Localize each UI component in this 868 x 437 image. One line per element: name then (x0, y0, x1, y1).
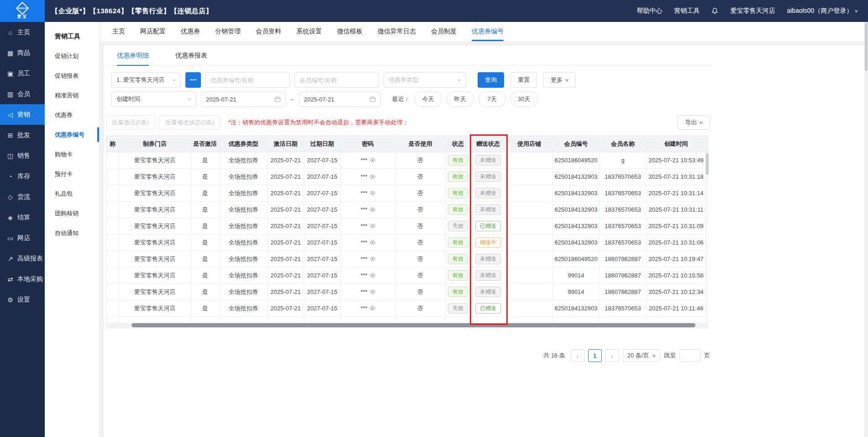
tab-3[interactable]: 分销管理 (215, 22, 241, 41)
table-vertical-scrollbar-thumb[interactable] (706, 153, 709, 175)
sidebar-item-home[interactable]: ⌂主页 (0, 22, 45, 43)
eye-icon[interactable] (370, 158, 375, 162)
sidebar-item-logistics[interactable]: ◇货流 (0, 187, 45, 207)
sidebar-item-local-purchase[interactable]: ⇄本地采购 (0, 269, 45, 289)
current-store-name[interactable]: 爱宝零售天河店 (730, 7, 775, 15)
column-header-13[interactable]: 创建时间 (647, 136, 706, 152)
eye-icon[interactable] (370, 175, 375, 179)
column-header-10[interactable]: 使用店铺 (506, 136, 553, 152)
reset-button[interactable]: 重置 (510, 72, 537, 88)
submenu-item-5[interactable]: 购物卡 (45, 144, 99, 164)
sidebar-item-sales[interactable]: ◫销售 (0, 145, 45, 166)
tab-7[interactable]: 微信异常日志 (378, 22, 416, 41)
coupon-type-select[interactable]: 优惠券类型 ∨ (384, 72, 466, 88)
submenu-item-0[interactable]: 促销计划 (45, 46, 99, 66)
column-header-3[interactable]: 优惠券类型 (220, 136, 268, 152)
batch-activate-button[interactable]: 批量激活(0条) (106, 115, 155, 130)
tab-5[interactable]: 系统设置 (296, 22, 322, 41)
eye-icon[interactable] (370, 273, 375, 277)
eye-icon[interactable] (370, 306, 375, 310)
tab-8[interactable]: 会员制度 (431, 22, 457, 41)
table-row-2[interactable]: 爱宝零售天河店是全场抵扣券2025-07-212027-07-15***否有效未… (106, 185, 706, 202)
submenu-item-4[interactable]: 优惠券编号 (45, 125, 99, 144)
table-row-1[interactable]: 爱宝零售天河店是全场抵扣券2025-07-212027-07-15***否有效未… (106, 169, 706, 185)
coupon-search-input[interactable] (205, 72, 290, 88)
export-button[interactable]: 导出 ∨ (678, 115, 710, 130)
eye-icon[interactable] (370, 208, 375, 212)
column-header-5[interactable]: 过期日期 (304, 136, 341, 152)
column-header-8[interactable]: 状态 (446, 136, 471, 152)
horizontal-scrollbar[interactable] (106, 322, 709, 328)
date-start-input[interactable]: 2025-07-21 (201, 91, 285, 107)
table-row-9[interactable]: 爱宝零售天河店是全场抵扣券2025-07-212027-07-15***否失效已… (106, 300, 706, 317)
page-size-select[interactable]: 20 条/页 ∨ (623, 349, 660, 362)
submenu-item-8[interactable]: 团购核销 (45, 203, 99, 223)
quick-range-0[interactable]: 今天 (415, 91, 442, 107)
submenu-item-9[interactable]: 自动通知 (45, 223, 99, 243)
page-vertical-scrollbar[interactable] (864, 22, 868, 437)
tab-0[interactable]: 主页 (112, 22, 125, 41)
subtab-1[interactable]: 优惠券报表 (175, 46, 207, 66)
submenu-item-1[interactable]: 促销报表 (45, 66, 99, 85)
help-center-link[interactable]: 帮助中心 (637, 7, 662, 15)
sidebar-item-settlement[interactable]: ◈结算 (0, 207, 45, 228)
time-field-select[interactable]: 创建时间 ∨ (111, 91, 196, 107)
sidebar-item-staff[interactable]: ▣员工 (0, 63, 45, 84)
account-menu[interactable]: aibaols00（商户登录） ∨ (787, 7, 858, 15)
tab-1[interactable]: 网店配置 (140, 22, 166, 41)
eye-icon[interactable] (370, 240, 375, 245)
jump-page-input[interactable] (679, 349, 700, 362)
table-row-7[interactable]: 爱宝零售天河店是全场抵扣券2025-07-212027-07-15***否有效未… (106, 267, 706, 284)
sidebar-item-inventory[interactable]: ◔库存 (0, 166, 45, 187)
eye-icon[interactable] (370, 257, 375, 261)
horizontal-scrollbar-thumb[interactable] (132, 323, 695, 327)
sidebar-item-advanced-reports[interactable]: ↗高级报表 (0, 248, 45, 269)
table-row-6[interactable]: 爱宝零售天河店是全场抵扣券2025-07-212027-07-15***否有效未… (106, 251, 706, 267)
batch-modify-status-button[interactable]: 批量修改状态(0条) (159, 115, 220, 130)
subtab-0[interactable]: 优惠券明细 (117, 46, 149, 66)
prev-page-button[interactable]: ‹ (571, 349, 584, 362)
column-header-4[interactable]: 激活日期 (268, 136, 304, 152)
submenu-item-2[interactable]: 精准营销 (45, 85, 99, 105)
page-vertical-scrollbar-thumb[interactable] (865, 23, 868, 71)
sidebar-item-marketing[interactable]: ◁营销 (0, 104, 45, 125)
table-vertical-scrollbar[interactable] (706, 152, 709, 322)
column-header-1[interactable]: 制券门店 (119, 136, 191, 152)
table-row-8[interactable]: 爱宝零售天河店是全场抵扣券2025-07-212027-07-15***否有效未… (106, 284, 706, 300)
current-page-button[interactable]: 1 (588, 349, 602, 362)
quick-range-2[interactable]: 7天 (479, 91, 506, 107)
table-row-5[interactable]: 爱宝零售天河店是全场抵扣券2025-07-212027-07-15***否有效赠… (106, 234, 706, 251)
more-filters-button[interactable]: 更多 ∨ (543, 72, 576, 88)
date-end-input[interactable]: 2025-07-21 (299, 91, 380, 107)
app-logo[interactable]: AIBAO 爱宝 (0, 0, 45, 22)
sidebar-item-members[interactable]: ▥会员 (0, 84, 45, 104)
column-header-0[interactable]: 称 (106, 136, 119, 152)
tab-9[interactable]: 优惠券编号 (472, 22, 504, 41)
submenu-item-6[interactable]: 预付卡 (45, 164, 99, 184)
member-search-input[interactable] (295, 72, 379, 88)
column-header-7[interactable]: 是否使用 (395, 136, 446, 152)
column-header-6[interactable]: 密码 (341, 136, 395, 152)
marketing-tools-link[interactable]: 营销工具 (674, 7, 700, 15)
sidebar-item-settings[interactable]: ⚙设置 (0, 289, 45, 310)
eye-icon[interactable] (370, 224, 375, 228)
eye-icon[interactable] (370, 191, 375, 195)
submenu-item-7[interactable]: 礼品包 (45, 184, 99, 203)
eye-icon[interactable] (370, 290, 375, 294)
column-header-9[interactable]: 赠送状态 (471, 136, 506, 152)
submenu-item-3[interactable]: 优惠券 (45, 105, 99, 125)
quick-range-1[interactable]: 昨天 (447, 91, 474, 107)
next-page-button[interactable]: › (605, 349, 619, 362)
notification-bell-icon[interactable] (711, 7, 718, 15)
search-button[interactable]: 查询 (478, 72, 504, 88)
column-header-11[interactable]: 会员编号 (553, 136, 600, 152)
tab-6[interactable]: 微信模板 (337, 22, 363, 41)
table-row-4[interactable]: 爱宝零售天河店是全场抵扣券2025-07-212027-07-15***否失效已… (106, 218, 706, 234)
column-header-12[interactable]: 会员名称 (600, 136, 647, 152)
table-row-0[interactable]: 爱宝零售天河店是全场抵扣券2025-07-212027-07-15***否有效未… (106, 152, 706, 169)
store-select[interactable]: 1. 爱宝零售天河店 ∨ (111, 72, 181, 88)
quick-range-3[interactable]: 30天 (510, 91, 538, 107)
store-more-button[interactable]: ⋯ (185, 72, 201, 88)
tab-4[interactable]: 会员资料 (256, 22, 281, 41)
column-header-2[interactable]: 是否激活 (191, 136, 220, 152)
